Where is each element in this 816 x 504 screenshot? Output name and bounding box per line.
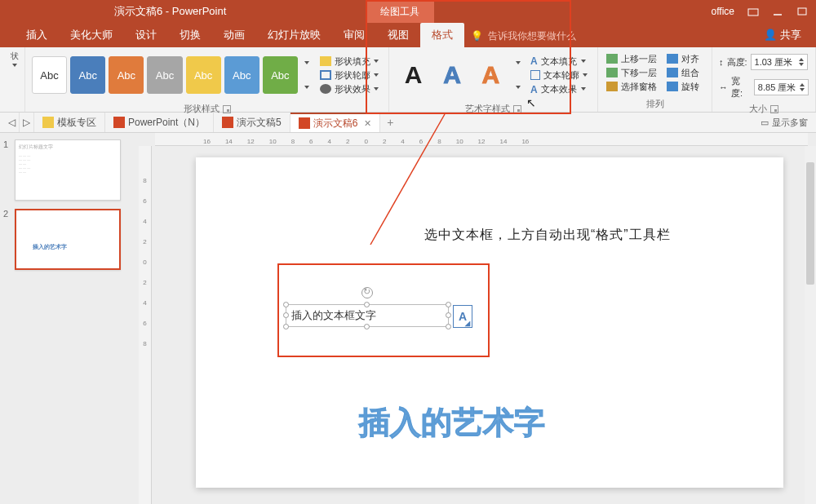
scroll-thumb[interactable] — [806, 162, 814, 285]
shape-style-5[interactable]: Abc — [186, 56, 221, 94]
shape-style-7[interactable]: Abc — [263, 56, 298, 94]
wordart-style-3[interactable]: A — [473, 56, 508, 94]
dialog-launcher-icon[interactable] — [513, 105, 521, 113]
group-insert-shapes: 状 — [4, 47, 25, 112]
resize-handle[interactable] — [446, 324, 451, 329]
height-label: 高度: — [727, 56, 747, 69]
resize-handle[interactable] — [446, 312, 451, 318]
tab-view[interactable]: 视图 — [376, 23, 420, 47]
shapes-label-stub: 状 — [11, 51, 19, 62]
slide-thumb-2[interactable]: 插入的艺术字 — [15, 209, 121, 270]
rotate-handle-icon[interactable] — [361, 287, 373, 298]
spinner-icon[interactable] — [799, 58, 804, 66]
contextual-tab-drawing-tools[interactable]: 绘图工具 — [366, 0, 434, 23]
height-input[interactable]: 1.03 厘米 — [751, 54, 808, 70]
doc-tab-nav-next[interactable]: ▷ — [20, 113, 34, 132]
chevron-down-icon[interactable] — [12, 64, 17, 67]
home-icon — [42, 117, 54, 128]
effect-icon — [320, 84, 331, 94]
minimize-icon[interactable] — [772, 6, 783, 17]
corner-icon: ◢ — [465, 320, 470, 327]
doc-tab-p6[interactable]: 演示文稿6✕ — [290, 113, 381, 132]
send-backward-button[interactable]: 下移一层 — [606, 67, 657, 79]
resize-handle[interactable] — [283, 324, 289, 329]
tab-beautify[interactable]: 美化大师 — [59, 23, 124, 47]
wordart-object[interactable]: 插入的艺术字 — [359, 402, 545, 444]
powerpoint-icon — [222, 117, 233, 128]
slide-thumb-1[interactable]: 幻灯片标题文字 — — —— — —— —— — —— — — [15, 139, 121, 201]
resize-handle[interactable] — [283, 312, 289, 318]
text-fill-icon: A — [530, 55, 538, 67]
tab-transitions[interactable]: 切换 — [168, 23, 212, 47]
maximize-icon[interactable] — [796, 6, 808, 17]
shape-style-3[interactable]: Abc — [109, 56, 144, 94]
selection-pane-button[interactable]: 选择窗格 — [606, 81, 657, 93]
doc-tab-nav-prev[interactable]: ◁ — [5, 113, 20, 132]
tab-animations[interactable]: 动画 — [212, 23, 256, 47]
vertical-scrollbar[interactable] — [805, 146, 816, 504]
tell-me-search[interactable]: 💡 告诉我你想要做什么 — [471, 23, 576, 47]
resize-handle[interactable] — [364, 302, 370, 307]
bring-forward-button[interactable]: 上移一层 — [606, 53, 657, 65]
close-icon[interactable]: ✕ — [364, 118, 371, 129]
doc-tab-ppt-n[interactable]: PowerPoint（N） — [105, 113, 214, 132]
chevron-down-icon — [374, 73, 379, 77]
chevron-down-icon — [374, 60, 379, 63]
account-name[interactable]: office — [712, 6, 734, 17]
slide-canvas[interactable]: 选中文本框，上方自动出现“格式”工具栏 插入的文本框文字 A◢ 插入的艺术字 — [196, 157, 783, 488]
selected-textbox[interactable]: 插入的文本框文字 A◢ — [286, 304, 449, 327]
align-button[interactable]: 对齐 — [667, 53, 699, 65]
tell-me-label: 告诉我你想要做什么 — [488, 29, 576, 43]
text-fill-button[interactable]: A文本填充 — [530, 55, 588, 68]
shape-style-6[interactable]: Abc — [224, 56, 259, 94]
spinner-icon[interactable] — [800, 83, 805, 91]
thumb-1-wrap[interactable]: 1 幻灯片标题文字 — — —— — —— —— — —— — — [3, 139, 135, 201]
resize-handle[interactable] — [364, 324, 370, 329]
doc-tab-p5[interactable]: 演示文稿5 — [214, 113, 290, 132]
wordart-style-2[interactable]: A — [434, 56, 469, 94]
text-outline-button[interactable]: 文本轮廓 — [530, 69, 588, 82]
tab-design[interactable]: 设计 — [124, 23, 168, 47]
share-icon: 👤 — [764, 29, 777, 41]
width-input[interactable]: 8.85 厘米 — [754, 79, 809, 95]
shape-style-1[interactable]: Abc — [32, 56, 67, 94]
outline-icon — [320, 70, 331, 80]
wordart-gallery-more[interactable] — [512, 51, 524, 99]
svg-rect-2 — [798, 8, 806, 15]
tab-review[interactable]: 审阅 — [332, 23, 376, 47]
resize-handle[interactable] — [446, 302, 451, 307]
shape-style-2[interactable]: Abc — [70, 56, 105, 94]
shape-outline-button[interactable]: 形状轮廓 — [320, 69, 379, 82]
share-button[interactable]: 👤 共享 — [749, 23, 816, 47]
rotate-button[interactable]: 旋转 — [667, 81, 699, 93]
slide-edit-area: 1614121086420246810121416 864202468 选中文本… — [139, 133, 816, 504]
shape-fill-button[interactable]: 形状填充 — [320, 55, 379, 68]
doc-tab-add[interactable]: + — [380, 113, 400, 132]
align-icon — [667, 54, 678, 64]
text-effects-button[interactable]: A文本效果 — [530, 83, 588, 95]
doc-tab-show-more[interactable]: ▭显示多窗 — [752, 113, 816, 132]
tab-format[interactable]: 格式 — [420, 23, 464, 47]
thumb-1-title: 幻灯片标题文字 — [19, 144, 117, 151]
resize-handle[interactable] — [283, 302, 289, 307]
arrange-col1: 上移一层 下移一层 选择窗格 — [603, 51, 660, 95]
thumb-2-wrap[interactable]: 2 插入的艺术字 — [3, 209, 135, 270]
send-backward-icon — [606, 68, 618, 77]
wordart-style-1[interactable]: A — [396, 56, 431, 94]
doc-tab-template[interactable]: 模板专区 — [34, 113, 105, 132]
thumb-2-wordart: 插入的艺术字 — [33, 243, 67, 251]
shape-style-gallery-more[interactable] — [301, 51, 313, 99]
dialog-launcher-icon[interactable] — [770, 105, 778, 113]
shape-effects-button[interactable]: 形状效果 — [320, 83, 379, 95]
tab-insert[interactable]: 插入 — [15, 23, 59, 47]
tab-slideshow[interactable]: 幻灯片放映 — [256, 23, 332, 47]
wordart-quick-tag[interactable]: A◢ — [453, 305, 472, 328]
ribbon-display-icon[interactable] — [747, 6, 759, 17]
width-label: 宽度: — [731, 75, 751, 99]
dialog-launcher-icon[interactable] — [223, 105, 231, 113]
title-bar: 演示文稿6 - PowerPoint 绘图工具 office — [0, 0, 816, 23]
thumb-number: 1 — [3, 139, 11, 201]
chevron-down-icon — [583, 73, 588, 77]
shape-style-4[interactable]: Abc — [147, 56, 182, 94]
group-button[interactable]: 组合 — [667, 67, 699, 79]
